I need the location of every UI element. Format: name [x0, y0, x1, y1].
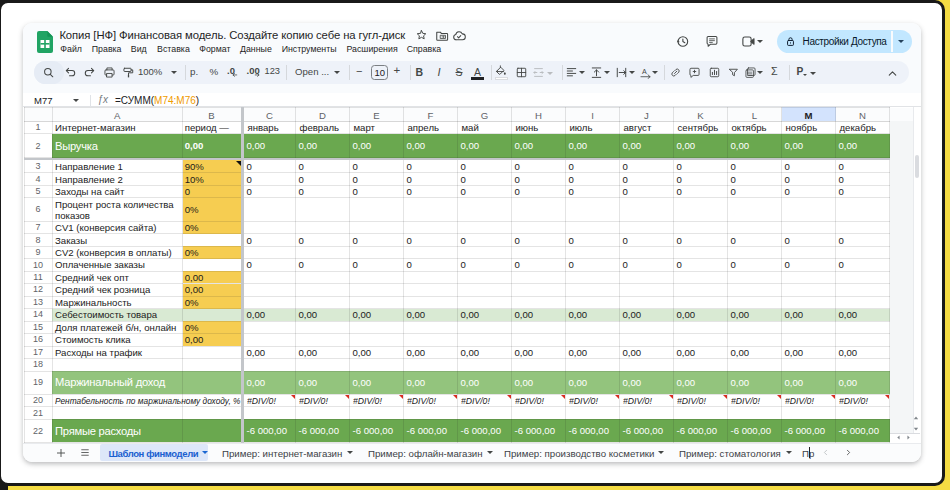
svg-text:A: A [642, 68, 647, 76]
